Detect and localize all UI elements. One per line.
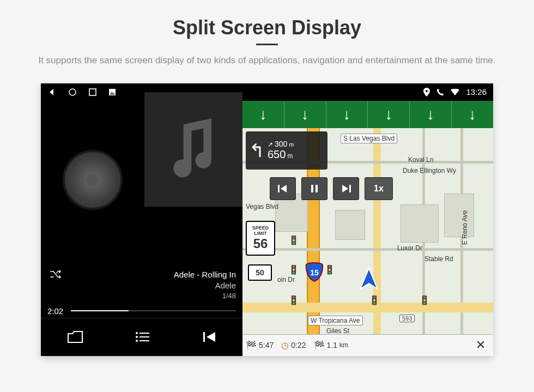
status-bar: 13:26 bbox=[41, 83, 493, 101]
track-index: 1/48 bbox=[47, 291, 236, 301]
svg-rect-1 bbox=[89, 89, 96, 95]
road-label: E Reno Ave bbox=[460, 208, 469, 247]
lane-arrow-icon: ↓ bbox=[410, 101, 452, 128]
road bbox=[242, 303, 493, 312]
building-icon bbox=[400, 204, 439, 243]
eta-segment: 🏁 5:47 bbox=[246, 340, 274, 351]
svg-rect-10 bbox=[278, 185, 280, 192]
elapsed-time: 2:02 bbox=[47, 306, 63, 316]
lane-arrow-icon: ↓ bbox=[284, 101, 326, 128]
speed-limit-label: LIMIT bbox=[254, 231, 267, 236]
road-label: Luxor Dr bbox=[395, 244, 424, 252]
speed-segment: ◷ 0:22 bbox=[281, 340, 306, 351]
device-frame: 13:26 Adele - Rolling In Adele 1/48 bbox=[41, 83, 493, 356]
eta-value: 5:47 bbox=[259, 341, 274, 349]
road-label: oin Dr bbox=[275, 275, 297, 284]
road-label: Koval Ln bbox=[406, 155, 436, 164]
exit-label: 593 bbox=[399, 315, 415, 322]
svg-rect-11 bbox=[311, 185, 313, 192]
svg-point-8 bbox=[136, 340, 138, 342]
location-icon bbox=[423, 88, 430, 97]
svg-point-6 bbox=[136, 332, 138, 334]
sim-prev-button[interactable] bbox=[270, 177, 296, 200]
next-turn-unit: m bbox=[289, 141, 294, 148]
building-icon bbox=[444, 194, 474, 237]
traffic-light-icon: 🚦 bbox=[288, 295, 299, 305]
folder-icon[interactable] bbox=[67, 330, 83, 343]
road-label: S Las Vegas Blvd bbox=[341, 134, 397, 143]
sim-speed-button[interactable]: 1x bbox=[365, 177, 393, 200]
speed-limit-sign: SPEED LIMIT 56 bbox=[246, 221, 275, 256]
lane-arrow-icon: ↓ bbox=[242, 101, 284, 128]
track-artist: Adele bbox=[47, 280, 236, 291]
traffic-light-icon: 🚦 bbox=[324, 264, 335, 275]
building-icon bbox=[335, 210, 365, 240]
current-turn-distance: 650 bbox=[268, 148, 286, 161]
road-label: W Tropicana Ave bbox=[308, 316, 363, 325]
disc-icon bbox=[63, 150, 123, 210]
traffic-light-icon: 🚦 bbox=[369, 295, 380, 305]
navigation-pane: ↓ ↓ ↓ ↓ ↓ ↓ 🚦 🚦 🚦 🚦 🚦 bbox=[242, 101, 493, 356]
close-button[interactable]: ✕ bbox=[471, 338, 490, 352]
road bbox=[242, 248, 493, 251]
vehicle-cursor-icon bbox=[357, 267, 381, 296]
speed-limit-label: SPEED bbox=[252, 225, 269, 231]
svg-rect-13 bbox=[349, 185, 351, 192]
nav-info-bar: 🏁 5:47 ◷ 0:22 🏁 1.1 km ✕ bbox=[242, 334, 493, 356]
lane-arrow-icon: ↓ bbox=[452, 101, 493, 128]
next-turn-distance: 300 bbox=[275, 140, 287, 148]
playlist-icon[interactable] bbox=[135, 331, 150, 342]
seek-bar[interactable] bbox=[71, 310, 236, 311]
turn-instruction: ↰ ↗ 300 m 650 m bbox=[246, 131, 327, 170]
sim-next-button[interactable] bbox=[333, 177, 359, 200]
svg-point-7 bbox=[136, 336, 138, 338]
previous-track-icon[interactable] bbox=[202, 330, 216, 343]
home-icon[interactable] bbox=[68, 88, 77, 97]
svg-rect-9 bbox=[203, 332, 205, 342]
flag-icon: 🏁 bbox=[314, 340, 325, 351]
distance-value: 1.1 bbox=[327, 341, 337, 349]
track-title: Adele - Rolling In bbox=[47, 269, 236, 280]
svg-point-0 bbox=[69, 89, 76, 95]
route-shield: 50 bbox=[248, 264, 272, 281]
turn-left-icon: ↰ bbox=[249, 140, 264, 161]
lane-arrow-icon: ↓ bbox=[368, 101, 410, 128]
traffic-light-icon: 🚦 bbox=[288, 264, 299, 275]
road-label: Duke Ellington Wy bbox=[400, 166, 458, 175]
svg-rect-12 bbox=[315, 185, 318, 192]
route-sim-controls: 1x bbox=[270, 177, 393, 200]
recents-icon[interactable] bbox=[89, 88, 96, 96]
interstate-shield: 15 bbox=[305, 262, 324, 282]
traffic-light-icon: 🚦 bbox=[288, 235, 299, 245]
speed-value: 0:22 bbox=[291, 341, 306, 349]
phone-icon bbox=[436, 88, 444, 96]
lane-arrow-icon: ↓ bbox=[326, 101, 368, 128]
road-label: Stable Rd bbox=[422, 255, 456, 263]
title-divider bbox=[256, 44, 278, 45]
distance-unit: km bbox=[339, 341, 348, 349]
back-icon[interactable] bbox=[47, 88, 56, 97]
wifi-icon bbox=[451, 89, 459, 95]
music-player-pane: Adele - Rolling In Adele 1/48 2:02 bbox=[41, 101, 242, 356]
lane-guidance-bar: ↓ ↓ ↓ ↓ ↓ ↓ bbox=[242, 101, 493, 128]
album-art-placeholder bbox=[144, 92, 242, 207]
current-turn-unit: m bbox=[287, 152, 293, 160]
road-label: Vegas Blvd bbox=[244, 202, 281, 211]
flag-icon: 🏁 bbox=[246, 340, 257, 351]
clock: 13:26 bbox=[466, 87, 487, 97]
page-subtitle: It supports the same screen display of t… bbox=[38, 54, 495, 67]
gallery-icon[interactable] bbox=[108, 88, 116, 96]
shuffle-icon[interactable] bbox=[50, 269, 63, 279]
traffic-light-icon: 🚦 bbox=[419, 295, 430, 305]
gauge-icon: ◷ bbox=[281, 340, 289, 351]
speed-limit-value: 56 bbox=[253, 236, 268, 251]
sim-pause-button[interactable] bbox=[301, 177, 327, 200]
page-title: Split Screen Display bbox=[173, 16, 361, 39]
distance-segment: 🏁 1.1 km bbox=[314, 340, 348, 351]
svg-text:15: 15 bbox=[310, 268, 319, 277]
